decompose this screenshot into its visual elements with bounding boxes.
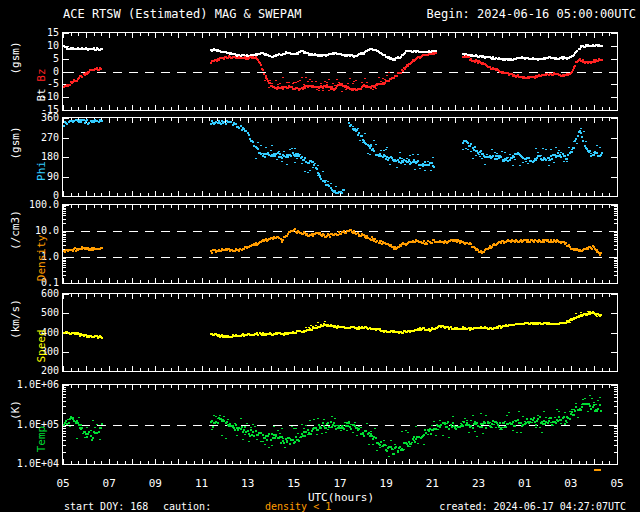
- y-axis-unit-phi: (gsm): [9, 126, 22, 159]
- panel-canvas-temp: [63, 385, 617, 464]
- panel-canvas-phi: [63, 118, 617, 196]
- y-tick-label-bt-bz: -5: [0, 78, 59, 89]
- panel-canvas-bt-bz: [63, 33, 617, 110]
- y-axis-unit-temp: (K): [9, 400, 22, 420]
- x-tick-label: 07: [96, 477, 122, 490]
- x-tick-label: 05: [50, 477, 76, 490]
- y-axis-unit-density: (/cm3): [9, 210, 22, 250]
- y-tick-label-phi: 360: [0, 112, 59, 123]
- x-tick-label: 05: [604, 477, 630, 490]
- x-tick-label: 03: [558, 477, 584, 490]
- y-axis-label-bt-bz: Bt Bz: [35, 69, 48, 102]
- footer-created-timestamp: created: 2024-06-17 04:27:07UTC: [439, 501, 626, 512]
- y-axis-label-part: Speed: [35, 330, 48, 363]
- x-tick-label: 17: [327, 477, 353, 490]
- ace-rtsw-plot: ACE RTSW (Estimated) MAG & SWEPAM Begin:…: [0, 0, 640, 512]
- panel-temp: [62, 384, 618, 465]
- panel-canvas-speed: [63, 294, 617, 371]
- x-tick-label: 13: [235, 477, 261, 490]
- y-tick-label-density: 100.0: [0, 199, 59, 210]
- y-tick-label-speed: 300: [0, 346, 59, 357]
- panel-speed: [62, 293, 618, 372]
- x-tick-label: 21: [419, 477, 445, 490]
- x-tick-label: 01: [512, 477, 538, 490]
- panel-phi: [62, 117, 618, 197]
- footer-start-doy: start DOY: 168: [64, 501, 148, 512]
- y-axis-label-part: Bz: [35, 69, 48, 82]
- y-axis-unit-speed: (km/s): [9, 299, 22, 339]
- y-axis-label-phi: Phi: [35, 161, 48, 181]
- y-tick-label-temp: 1.0E+05: [0, 419, 59, 430]
- footer-caution-value: density < 1: [265, 501, 331, 512]
- y-axis-label-part: Temp: [35, 425, 48, 452]
- footer-caution-label: caution:: [163, 501, 211, 512]
- panel-canvas-density: [63, 205, 617, 283]
- caution-density-mark: [594, 469, 601, 471]
- x-tick-label: 09: [142, 477, 168, 490]
- x-tick-label: 19: [373, 477, 399, 490]
- y-tick-label-density: 0.1: [0, 277, 59, 288]
- y-axis-unit-bt-bz: (gsm): [9, 41, 22, 74]
- y-tick-label-bt-bz: 15: [0, 27, 59, 38]
- y-axis-label-part: Bt: [35, 82, 48, 102]
- y-tick-label-temp: 1.0E+04: [0, 458, 59, 469]
- y-axis-label-temp: Temp: [35, 425, 48, 452]
- panel-bt-bz: [62, 32, 618, 111]
- y-tick-label-density: 1.0: [0, 251, 59, 262]
- y-tick-label-speed: 200: [0, 365, 59, 376]
- x-tick-label: 11: [189, 477, 215, 490]
- y-tick-label-phi: 90: [0, 171, 59, 182]
- y-axis-label-part: Phi: [35, 161, 48, 181]
- panel-density: [62, 204, 618, 284]
- x-tick-label: 23: [466, 477, 492, 490]
- y-tick-label-bt-bz: -10: [0, 91, 59, 102]
- y-axis-label-part: Density: [35, 235, 48, 281]
- y-tick-label-speed: 600: [0, 288, 59, 299]
- chart-area: 151050-5-10-15(gsm)Bt Bz360270180900(gsm…: [0, 0, 640, 512]
- y-axis-label-density: Density: [35, 235, 48, 281]
- y-axis-label-speed: Speed: [35, 330, 48, 363]
- x-tick-label: 15: [281, 477, 307, 490]
- y-tick-label-temp: 1.0E+06: [0, 379, 59, 390]
